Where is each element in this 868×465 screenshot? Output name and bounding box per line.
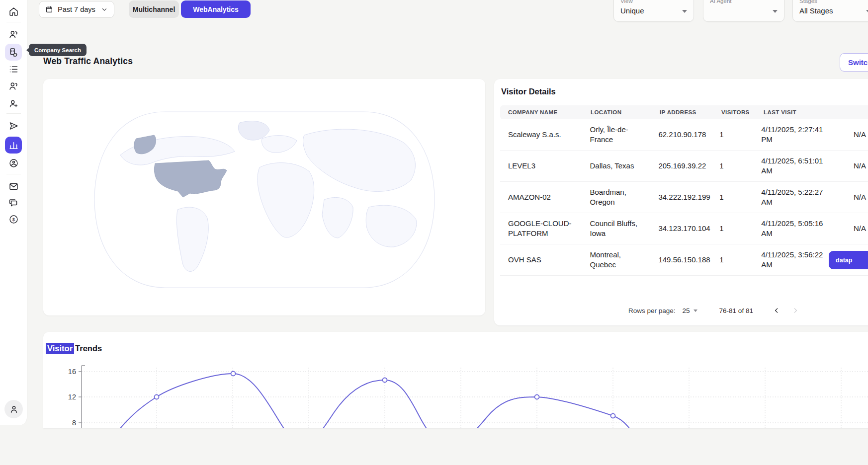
divider [6, 22, 21, 22]
table-body: Scaleway S.a.s. Orly, Île-de-France 62.2… [500, 119, 868, 276]
ip-cell: 34.123.170.104 [658, 224, 719, 233]
calendar-icon [45, 5, 53, 13]
table-row[interactable]: AMAZON-02 Boardman, Oregon 34.222.192.19… [500, 182, 868, 213]
stages-filter-dropdown[interactable]: Stages All Stages [792, 0, 868, 22]
divider [6, 174, 21, 174]
world-map [90, 108, 438, 292]
extra-cell: N/A [833, 192, 868, 202]
page-title: Web Traffic Analytics [43, 56, 133, 67]
stages-filter-label: Stages [799, 0, 817, 4]
sidebar-item-company-search[interactable] [5, 44, 22, 61]
company-cell: Scaleway S.a.s. [500, 130, 590, 140]
visitors-cell: 1 [719, 192, 761, 202]
sidebar-item-contacts[interactable] [5, 26, 22, 43]
column-header-location: LOCATION [591, 109, 660, 115]
previous-page-button[interactable] [770, 304, 783, 317]
visitors-cell: 1 [719, 161, 761, 171]
svg-text:$: $ [12, 217, 15, 222]
sidebar-item-email[interactable] [5, 178, 22, 195]
support-icon [8, 158, 19, 168]
y-tick-labels: 16 12 8 [68, 368, 76, 427]
ip-cell: 205.169.39.22 [658, 161, 719, 171]
visitor-trends-card: VisitorTrends 16 12 [43, 332, 868, 428]
visitors-cell: 1 [719, 255, 761, 265]
vertical-gridlines [157, 368, 841, 428]
marker-15.5 [231, 372, 236, 376]
switch-button[interactable]: Switch [840, 53, 868, 72]
ai-agent-filter-label: AI Agent [710, 0, 731, 4]
marker-12 [155, 395, 159, 399]
view-filter-dropdown[interactable]: View Unique [613, 0, 694, 22]
extra-cell: N/A [833, 224, 868, 233]
sidebar: $ [0, 0, 27, 425]
column-header-visitors: VISITORS [721, 109, 764, 115]
datapoint-button[interactable]: datap [829, 251, 868, 269]
sidebar-item-add-contact[interactable] [5, 95, 22, 112]
sidebar-item-billing[interactable]: $ [5, 211, 22, 228]
company-cell: AMAZON-02 [500, 192, 590, 202]
last-visit-cell: 4/11/2025, 5:05:16 AM [761, 219, 833, 238]
chat-icon [8, 198, 19, 208]
extra-cell: N/A [833, 130, 868, 140]
ai-agent-filter-dropdown[interactable]: AI Agent [703, 0, 784, 22]
ip-cell: 62.210.90.178 [658, 130, 719, 140]
table-row[interactable]: GOOGLE-CLOUD-PLATFORM Council Bluffs, Io… [500, 213, 868, 244]
data-point-markers[interactable] [155, 372, 615, 418]
company-cell: LEVEL3 [500, 161, 590, 171]
column-header-company: COMPANY NAME [500, 109, 591, 115]
caret-down-icon [682, 10, 687, 13]
rows-per-page-label: Rows per page: [628, 307, 676, 314]
location-cell: Council Bluffs, Iowa [590, 219, 658, 238]
marker-9 [611, 414, 615, 418]
column-header-last-visit: LAST VISIT [764, 109, 836, 115]
last-visit-cell: 4/11/2025, 6:51:01 AM [761, 156, 833, 176]
map-card [43, 79, 485, 315]
caret-down-icon[interactable] [694, 310, 697, 312]
caret-down-icon [773, 10, 778, 13]
chevron-down-icon [101, 6, 108, 13]
next-page-button[interactable] [789, 304, 802, 317]
tab-multichannel[interactable]: Multichannel [129, 0, 179, 18]
person-icon [9, 404, 19, 414]
visitor-trends-chart[interactable]: 16 12 8 [43, 332, 868, 428]
last-visit-cell: 4/11/2025, 5:22:27 AM [761, 187, 833, 207]
y-tick-12: 12 [68, 393, 76, 401]
table-header-row: COMPANY NAME LOCATION IP ADDRESS VISITOR… [500, 105, 868, 119]
ip-cell: 34.222.192.199 [658, 192, 719, 202]
sidebar-item-home[interactable] [5, 3, 22, 20]
table-row[interactable]: LEVEL3 Dallas, Texas 205.169.39.22 1 4/1… [500, 151, 868, 182]
send-icon [8, 121, 19, 131]
date-range-picker[interactable]: Past 7 days [39, 1, 114, 18]
tab-webanalytics[interactable]: WebAnalytics [181, 0, 251, 18]
sidebar-item-audiences[interactable] [5, 78, 22, 94]
dollar-circle-icon: $ [8, 214, 19, 225]
location-cell: Montreal, Quebec [590, 250, 658, 270]
stages-filter-value: All Stages [799, 6, 833, 15]
extra-cell: N/A [833, 161, 868, 171]
y-tick-8: 8 [72, 419, 76, 427]
sidebar-item-support[interactable] [5, 155, 22, 171]
table-row[interactable]: OVH SAS Montreal, Quebec 149.56.150.188 … [500, 244, 868, 276]
date-range-label: Past 7 days [58, 5, 96, 13]
list-icon [8, 64, 19, 75]
user-avatar[interactable] [4, 400, 23, 418]
pagination: Rows per page: 25 76-81 of 81 [628, 304, 802, 317]
bar-chart-icon [8, 140, 19, 151]
table-row[interactable]: Scaleway S.a.s. Orly, Île-de-France 62.2… [500, 119, 868, 151]
visitor-details-title: Visitor Details [501, 87, 556, 96]
sidebar-item-chat[interactable] [5, 194, 22, 211]
visitor-details-card: Visitor Details COMPANY NAME LOCATION IP… [494, 79, 868, 325]
column-header-ip: IP ADDRESS [660, 109, 721, 115]
divider [6, 113, 21, 114]
chevron-left-icon [773, 307, 780, 314]
sidebar-item-campaigns[interactable] [5, 117, 22, 134]
sidebar-item-analytics[interactable] [5, 137, 22, 154]
ip-cell: 149.56.150.188 [658, 255, 719, 265]
view-filter-value: Unique [620, 6, 644, 15]
company-cell: OVH SAS [500, 255, 590, 265]
rows-per-page-value[interactable]: 25 [683, 307, 690, 314]
sidebar-item-lists[interactable] [5, 61, 22, 78]
marker-12 [535, 395, 539, 399]
marker-14.7 [383, 378, 387, 383]
pagination-range: 76-81 of 81 [719, 307, 753, 314]
